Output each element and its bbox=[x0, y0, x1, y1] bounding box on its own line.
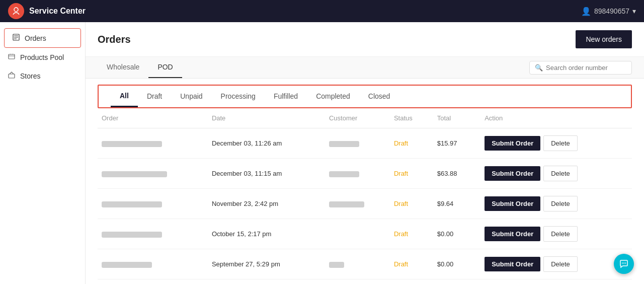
status-tab-unpaid[interactable]: Unpaid bbox=[171, 86, 211, 107]
status-badge: Draft bbox=[394, 170, 408, 177]
user-icon: 👤 bbox=[581, 7, 591, 16]
col-header-order: Order bbox=[98, 108, 208, 128]
cell-total: $63.88 bbox=[433, 159, 480, 189]
cell-customer bbox=[325, 159, 390, 189]
delete-button[interactable]: Delete bbox=[543, 135, 578, 151]
submit-order-button[interactable]: Submit Order bbox=[485, 196, 540, 211]
status-tabs-container: All Draft Unpaid Processing Fulfilled Co… bbox=[98, 85, 632, 108]
delete-button[interactable]: Delete bbox=[543, 166, 578, 181]
status-tab-draft[interactable]: Draft bbox=[138, 86, 171, 107]
cell-customer bbox=[325, 219, 390, 249]
cell-action: Submit OrderDelete bbox=[480, 189, 632, 219]
submit-order-button[interactable]: Submit Order bbox=[485, 227, 540, 241]
orders-table-container: Order Date Customer Status Total Action … bbox=[86, 108, 644, 284]
cell-status: Draft bbox=[390, 189, 433, 219]
svg-point-11 bbox=[623, 263, 624, 264]
cell-order bbox=[98, 189, 208, 219]
cell-date: September 27, 3:31 pm bbox=[208, 279, 325, 285]
cell-total: $0.00 bbox=[433, 219, 480, 249]
cell-action: Submit OrderDelete bbox=[480, 249, 632, 279]
cell-status: Draft bbox=[390, 128, 433, 159]
cell-date: December 03, 11:26 am bbox=[208, 128, 325, 159]
cell-date: October 15, 2:17 pm bbox=[208, 219, 325, 249]
col-header-date: Date bbox=[208, 108, 325, 128]
delete-button[interactable]: Delete bbox=[543, 196, 578, 211]
status-tab-closed[interactable]: Closed bbox=[359, 86, 399, 107]
user-id: 898490657 bbox=[594, 7, 629, 15]
delete-button[interactable]: Delete bbox=[543, 256, 578, 272]
search-box: 🔍 bbox=[529, 61, 632, 75]
table-header-row: Order Date Customer Status Total Action bbox=[98, 108, 632, 128]
col-header-customer: Customer bbox=[325, 108, 390, 128]
delete-button[interactable]: Delete bbox=[543, 226, 578, 242]
orders-icon bbox=[13, 34, 20, 42]
cell-order bbox=[98, 219, 208, 249]
search-icon: 🔍 bbox=[535, 64, 543, 72]
table-row: December 03, 11:15 amDraft$63.88Submit O… bbox=[98, 159, 632, 189]
cell-date: November 23, 2:42 pm bbox=[208, 189, 325, 219]
chevron-down-icon: ▾ bbox=[632, 7, 636, 15]
svg-rect-9 bbox=[9, 74, 15, 78]
cell-status: Draft bbox=[390, 219, 433, 249]
table-row: September 27, 5:29 pmDraft$0.00Submit Or… bbox=[98, 249, 632, 279]
navbar-left: Service Center bbox=[8, 3, 86, 19]
svg-rect-5 bbox=[9, 54, 15, 59]
status-badge: Draft bbox=[394, 200, 408, 207]
submit-order-button[interactable]: Submit Order bbox=[485, 166, 540, 181]
table-row: September 27, 3:31 pmUnpaid$262.40Pay bbox=[98, 279, 632, 285]
cell-status: Draft bbox=[390, 249, 433, 279]
status-tabs: All Draft Unpaid Processing Fulfilled Co… bbox=[111, 86, 619, 107]
navbar: Service Center 👤 898490657 ▾ bbox=[0, 0, 644, 22]
cell-action: Submit OrderDelete bbox=[480, 219, 632, 249]
cell-total: $15.97 bbox=[433, 128, 480, 159]
cell-total: $0.00 bbox=[433, 249, 480, 279]
col-header-status: Status bbox=[390, 108, 433, 128]
chat-button[interactable] bbox=[614, 254, 634, 274]
navbar-title: Service Center bbox=[29, 7, 86, 16]
stores-icon bbox=[8, 72, 15, 80]
cell-action: Pay bbox=[480, 279, 632, 285]
main-tabs: Wholesale POD bbox=[98, 57, 182, 78]
table-row: December 03, 11:26 amDraft$15.97Submit O… bbox=[98, 128, 632, 159]
page-title: Orders bbox=[98, 34, 131, 45]
sidebar-item-stores[interactable]: Stores bbox=[0, 66, 85, 85]
status-badge: Draft bbox=[394, 230, 408, 238]
content-area: Orders New orders Wholesale POD 🔍 All Dr… bbox=[86, 22, 644, 284]
cell-status: Draft bbox=[390, 159, 433, 189]
sidebar-item-products-pool[interactable]: Products Pool bbox=[0, 48, 85, 66]
tabs-search-area: Wholesale POD 🔍 bbox=[86, 57, 644, 79]
status-tab-completed[interactable]: Completed bbox=[307, 86, 359, 107]
cell-date: December 03, 11:15 am bbox=[208, 159, 325, 189]
col-header-action: Action bbox=[480, 108, 632, 128]
sidebar-label-stores: Stores bbox=[20, 72, 40, 80]
navbar-user-area[interactable]: 👤 898490657 ▾ bbox=[581, 7, 636, 16]
status-tab-fulfilled[interactable]: Fulfilled bbox=[265, 86, 307, 107]
sidebar-label-products-pool: Products Pool bbox=[20, 53, 64, 61]
tab-wholesale[interactable]: Wholesale bbox=[98, 57, 148, 78]
cell-status: Unpaid bbox=[390, 279, 433, 285]
sidebar-item-orders[interactable]: Orders bbox=[4, 28, 81, 48]
sidebar: Orders Products Pool Stores bbox=[0, 22, 86, 284]
svg-point-10 bbox=[622, 263, 623, 264]
cell-order bbox=[98, 128, 208, 159]
cell-customer bbox=[325, 128, 390, 159]
cell-order bbox=[98, 249, 208, 279]
cell-customer bbox=[325, 249, 390, 279]
cell-order bbox=[98, 279, 208, 285]
status-tab-all[interactable]: All bbox=[111, 86, 138, 107]
status-badge: Draft bbox=[394, 139, 408, 147]
status-tab-processing[interactable]: Processing bbox=[212, 86, 265, 107]
submit-order-button[interactable]: Submit Order bbox=[485, 136, 540, 151]
submit-order-button[interactable]: Submit Order bbox=[485, 257, 540, 271]
main-layout: Orders Products Pool Stores bbox=[0, 22, 644, 284]
search-input[interactable] bbox=[546, 64, 626, 72]
svg-point-12 bbox=[625, 263, 626, 264]
tab-pod[interactable]: POD bbox=[148, 57, 182, 78]
cell-action: Submit OrderDelete bbox=[480, 128, 632, 159]
status-badge: Draft bbox=[394, 260, 408, 268]
orders-table: Order Date Customer Status Total Action … bbox=[98, 108, 632, 284]
new-orders-button[interactable]: New orders bbox=[576, 30, 632, 48]
logo-icon bbox=[8, 3, 24, 19]
cell-order bbox=[98, 159, 208, 189]
cell-total: $9.64 bbox=[433, 189, 480, 219]
